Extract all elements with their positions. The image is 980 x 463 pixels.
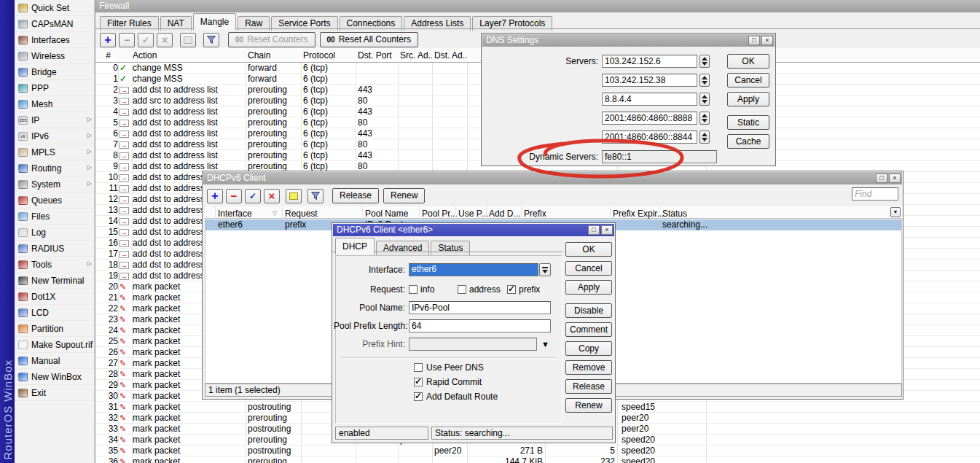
sidebar-item-bridge[interactable]: Bridge — [15, 64, 94, 80]
close-icon[interactable]: × — [889, 174, 901, 183]
comment-button[interactable] — [180, 33, 196, 47]
tab-service-ports[interactable]: Service Ports — [271, 16, 337, 31]
sidebar-item-routing[interactable]: Routing▷ — [15, 160, 94, 176]
firewall-column-src-ad[interactable]: Src. Ad... — [400, 50, 432, 61]
filter-button[interactable] — [307, 189, 324, 203]
interface-combobox[interactable]: ether6 — [409, 263, 538, 276]
sidebar-item-ip[interactable]: 255IP▷ — [15, 112, 94, 128]
server-spinner[interactable] — [699, 55, 710, 68]
sidebar-item-ipv6[interactable]: v6IPv6▷ — [15, 128, 94, 144]
sidebar-item-queues[interactable]: Queues — [15, 192, 94, 209]
dhcpv6-column-status[interactable]: Status — [662, 208, 687, 219]
prefix-hint-dropdown-icon[interactable]: ▼ — [541, 340, 549, 349]
pool-name-input[interactable] — [409, 301, 551, 314]
sidebar-item-mesh[interactable]: Mesh — [15, 96, 94, 112]
enable-rule-button[interactable]: ✓ — [138, 33, 154, 47]
request-option-info[interactable]: info — [409, 284, 434, 295]
sidebar-item-manual[interactable]: Manual — [15, 353, 94, 369]
close-icon[interactable]: × — [761, 36, 773, 45]
remove-client-button[interactable]: − — [226, 189, 242, 203]
tab-nat[interactable]: NAT — [160, 16, 192, 31]
use-peer-dns-checkbox[interactable] — [414, 363, 423, 372]
dhcpv6-column-pool-name[interactable]: Pool Name — [365, 208, 408, 219]
interface-dropdown-button[interactable] — [539, 263, 551, 276]
reset-all-counters-button[interactable]: 00Reset All Counters — [320, 32, 419, 47]
tab-dhcp[interactable]: DHCP — [335, 238, 375, 254]
pool-prefix-length-input[interactable] — [409, 319, 551, 332]
sidebar-item-ppp[interactable]: PPP — [15, 80, 94, 96]
ok-button[interactable]: OK — [727, 54, 769, 69]
dns-titlebar[interactable]: DNS Settings □ × — [482, 34, 775, 47]
firewall-column-chain[interactable]: Chain — [248, 50, 300, 61]
dhcpv6-column-request[interactable]: Request — [285, 208, 318, 219]
tab-connections[interactable]: Connections — [340, 16, 403, 31]
tab-address-lists[interactable]: Address Lists — [404, 16, 471, 31]
sidebar-item-lcd[interactable]: LCD — [15, 305, 94, 321]
sidebar-item-system[interactable]: System▷ — [15, 176, 94, 192]
dhcpv6-column-pool-pr[interactable]: Pool Pr... — [422, 208, 458, 219]
tab-mangle[interactable]: Mangle — [193, 13, 236, 30]
server-spinner[interactable] — [699, 93, 710, 106]
option-rapid-commit[interactable]: Rapid Commit — [414, 377, 482, 387]
reset-counters-button[interactable]: 00Reset Counters — [228, 32, 315, 47]
disable-client-button[interactable]: × — [264, 189, 280, 203]
add-client-button[interactable]: + — [207, 189, 223, 203]
copy-button[interactable]: Copy — [565, 341, 612, 356]
dns-server-input-4[interactable] — [602, 131, 697, 144]
remove-rule-button[interactable]: − — [119, 33, 135, 47]
maximize-icon[interactable]: □ — [876, 174, 887, 183]
add-default-route-checkbox[interactable] — [414, 392, 423, 401]
tab-advanced[interactable]: Advanced — [376, 241, 429, 255]
sidebar-item-exit[interactable]: Exit — [15, 385, 94, 401]
sidebar-item-interfaces[interactable]: Interfaces — [15, 32, 94, 48]
firewall-column-dst-ad[interactable]: Dst. Ad... — [434, 50, 467, 61]
cancel-button[interactable]: Cancel — [727, 73, 769, 87]
dns-server-input-0[interactable] — [602, 55, 697, 68]
firewall-column-dst-port[interactable]: Dst. Port — [358, 50, 398, 61]
comment-button[interactable] — [286, 189, 302, 203]
dhcpv6-find-input[interactable] — [852, 187, 898, 201]
add-rule-button[interactable]: + — [100, 33, 116, 47]
firewall-column-action[interactable]: Action — [133, 50, 243, 61]
sidebar-item-make-supout-rif[interactable]: Make Supout.rif — [15, 337, 94, 353]
firewall-column-protocol[interactable]: Protocol — [303, 50, 356, 61]
prefix-hint-input[interactable] — [409, 338, 537, 351]
sidebar-item-dot1x[interactable]: Dot1X — [15, 289, 94, 305]
dhcpv6-column-use-p[interactable]: Use P... — [458, 208, 488, 219]
dhcpv6-dialog-titlebar[interactable]: DHCPv6 Client <ether6> □ × — [333, 224, 614, 236]
request-option-prefix[interactable]: prefix — [507, 284, 540, 295]
maximize-icon[interactable]: □ — [588, 225, 600, 235]
sidebar-item-mpls[interactable]: MPLS▷ — [15, 144, 94, 160]
dhcpv6-column-prefix-expir[interactable]: Prefix Expir... — [613, 208, 665, 219]
enable-client-button[interactable]: ✓ — [245, 189, 261, 203]
ok-button[interactable]: OK — [565, 242, 612, 257]
apply-button[interactable]: Apply — [565, 280, 612, 295]
sidebar-item-tools[interactable]: Tools▷ — [15, 257, 94, 273]
dhcpv6-column-prefix[interactable]: Prefix — [524, 208, 546, 219]
tab-layer7-protocols[interactable]: Layer7 Protocols — [472, 16, 552, 31]
release-button[interactable]: Release — [332, 188, 379, 203]
dns-server-input-2[interactable] — [602, 93, 697, 106]
release-button[interactable]: Release — [565, 379, 612, 394]
sidebar-item-capsman[interactable]: CAPsMAN — [15, 16, 94, 32]
tab-filter-rules[interactable]: Filter Rules — [100, 16, 159, 31]
sidebar-item-log[interactable]: Log — [15, 225, 94, 241]
cancel-button[interactable]: Cancel — [565, 261, 612, 276]
maximize-icon[interactable]: □ — [748, 36, 760, 45]
table-row[interactable]: 35postroutingpeer20271 B5speed20✎mark pa… — [95, 446, 980, 456]
request-option-address[interactable]: address — [458, 284, 501, 295]
firewall-titlebar[interactable]: Firewall — [95, 0, 980, 12]
renew-button[interactable]: Renew — [565, 398, 612, 413]
server-spinner[interactable] — [699, 112, 710, 125]
disable-button[interactable]: Disable — [565, 303, 612, 318]
sidebar-item-radius[interactable]: RADIUS — [15, 241, 94, 257]
dhcpv6-column-add-d[interactable]: Add D... — [489, 208, 520, 219]
tab-raw[interactable]: Raw — [238, 16, 270, 31]
firewall-column-[interactable]: # — [98, 50, 118, 61]
apply-button[interactable]: Apply — [727, 92, 769, 106]
table-row[interactable]: 36prerouting144.7 KiB232speed20✎mark pac… — [95, 456, 980, 463]
address-checkbox[interactable] — [458, 285, 466, 294]
static-button[interactable]: Static — [727, 115, 769, 130]
tab-status[interactable]: Status — [431, 241, 470, 255]
sidebar-item-partition[interactable]: Partition — [15, 321, 94, 337]
